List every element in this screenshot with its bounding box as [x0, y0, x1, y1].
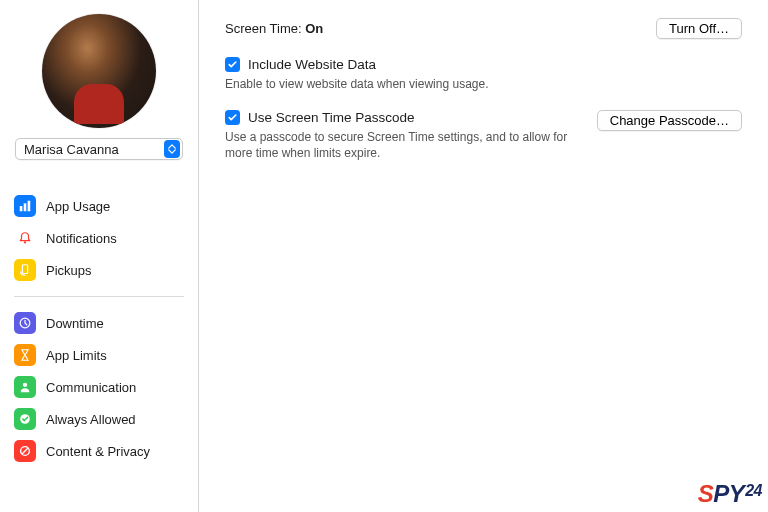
nosign-icon: [14, 440, 36, 462]
sidebar-item-app-usage[interactable]: App Usage: [8, 190, 190, 222]
sidebar-item-communication[interactable]: Communication: [8, 371, 190, 403]
chevron-updown-icon: [164, 140, 180, 158]
user-select-value: Marisa Cavanna: [24, 142, 119, 157]
svg-rect-1: [24, 203, 27, 211]
sidebar-item-always-allowed[interactable]: Always Allowed: [8, 403, 190, 435]
sidebar-divider: [14, 296, 184, 297]
sidebar-item-label: App Usage: [46, 199, 110, 214]
sidebar-item-downtime[interactable]: Downtime: [8, 307, 190, 339]
sidebar-item-label: Communication: [46, 380, 136, 395]
watermark: S PY 24: [690, 478, 768, 512]
use-passcode-label: Use Screen Time Passcode: [248, 110, 415, 125]
include-website-data-checkbox[interactable]: [225, 57, 240, 72]
include-website-data-desc: Enable to view website data when viewing…: [225, 76, 742, 92]
svg-line-9: [22, 448, 28, 454]
clock-icon: [14, 312, 36, 334]
user-select[interactable]: Marisa Cavanna: [15, 138, 183, 160]
sidebar-item-content-privacy[interactable]: Content & Privacy: [8, 435, 190, 467]
sidebar-nav: App Usage Notifications Pickups Downtime: [0, 190, 198, 467]
svg-rect-4: [22, 265, 27, 274]
check-seal-icon: [14, 408, 36, 430]
bar-chart-icon: [14, 195, 36, 217]
check-icon: [227, 59, 238, 70]
person-icon: [14, 376, 36, 398]
screentime-status-row: Screen Time: On Turn Off…: [225, 18, 742, 39]
svg-point-6: [23, 383, 27, 387]
sidebar-item-label: Always Allowed: [46, 412, 136, 427]
include-website-data-section: Include Website Data Enable to view webs…: [225, 57, 742, 92]
svg-point-3: [24, 241, 26, 243]
use-passcode-desc: Use a passcode to secure Screen Time set…: [225, 129, 579, 161]
svg-rect-0: [20, 206, 23, 211]
sidebar-item-pickups[interactable]: Pickups: [8, 254, 190, 286]
sidebar-item-label: Content & Privacy: [46, 444, 150, 459]
sidebar-item-label: App Limits: [46, 348, 107, 363]
sidebar-item-notifications[interactable]: Notifications: [8, 222, 190, 254]
hourglass-icon: [14, 344, 36, 366]
avatar: [42, 14, 156, 128]
use-passcode-checkbox[interactable]: [225, 110, 240, 125]
sidebar-item-label: Pickups: [46, 263, 92, 278]
sidebar-item-label: Notifications: [46, 231, 117, 246]
sidebar-item-app-limits[interactable]: App Limits: [8, 339, 190, 371]
bell-icon: [14, 227, 36, 249]
screentime-status-label: Screen Time: On: [225, 21, 323, 36]
include-website-data-label: Include Website Data: [248, 57, 376, 72]
hand-phone-icon: [14, 259, 36, 281]
main-pane: Screen Time: On Turn Off… Include Websit…: [199, 0, 768, 512]
turn-off-button[interactable]: Turn Off…: [656, 18, 742, 39]
svg-rect-2: [28, 201, 31, 212]
use-passcode-section: Use Screen Time Passcode Use a passcode …: [225, 110, 742, 161]
change-passcode-button[interactable]: Change Passcode…: [597, 110, 742, 131]
sidebar-item-label: Downtime: [46, 316, 104, 331]
check-icon: [227, 112, 238, 123]
sidebar: Marisa Cavanna App Usage Notifications P…: [0, 0, 199, 512]
